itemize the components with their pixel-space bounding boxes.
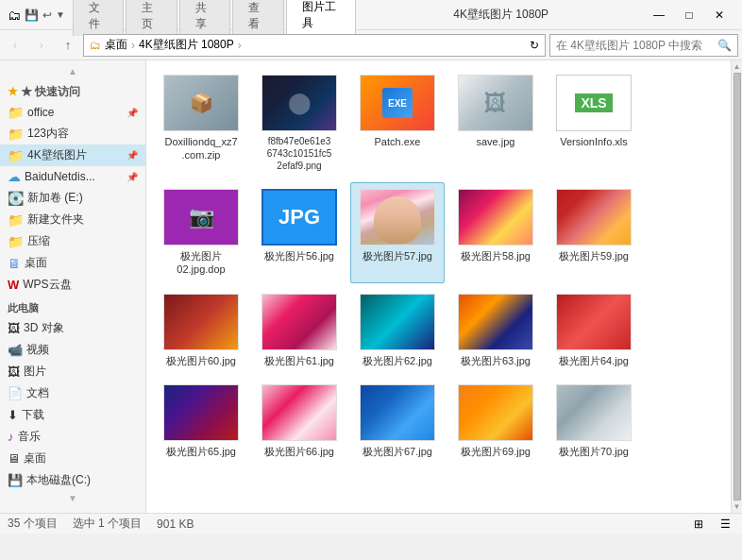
- close-button[interactable]: ✕: [704, 2, 734, 28]
- forward-button[interactable]: ›: [30, 34, 53, 57]
- scrollbar-right[interactable]: ▲ ▼: [731, 60, 742, 513]
- sidebar-label: office: [27, 106, 54, 119]
- tab-share[interactable]: 共享: [179, 0, 230, 36]
- file-grid: 📦 Doxilliondq_xz7.com.zip ⬤ f8fb47e0e61e…: [154, 68, 723, 465]
- sidebar-item-video[interactable]: 📹 视频: [0, 339, 145, 361]
- file-name: 极光图片02.jpg.dop: [177, 249, 225, 277]
- file-name: 极光图片60.jpg: [166, 354, 236, 367]
- file-item-66[interactable]: 极光图片66.jpg: [252, 378, 346, 465]
- sidebar-item-4k[interactable]: 📁 4K壁纸图片 📌: [0, 144, 145, 166]
- sidebar-scroll-up[interactable]: ▲: [0, 64, 145, 78]
- folder-icon: 📁: [8, 234, 24, 249]
- file-item[interactable]: JPG 极光图片56.jpg: [252, 182, 346, 283]
- sidebar-label: 桌面: [25, 255, 47, 271]
- file-thumbnail: [163, 384, 239, 441]
- refresh-button[interactable]: ↻: [530, 39, 539, 52]
- breadcrumb-desktop[interactable]: 桌面: [105, 37, 127, 53]
- minimize-button[interactable]: —: [644, 2, 674, 28]
- sidebar-label: 123内容: [27, 126, 69, 142]
- file-item-69[interactable]: 极光图片69.jpg: [448, 378, 543, 465]
- quick-access-arrow[interactable]: ▼: [56, 9, 65, 20]
- sidebar-item-music[interactable]: ♪ 音乐: [0, 426, 145, 448]
- sidebar-item-3d[interactable]: 🖼 3D 对象: [0, 317, 145, 339]
- file-thumbnail: [556, 189, 632, 246]
- up-button[interactable]: ↑: [57, 34, 79, 57]
- sidebar-item-newfolder[interactable]: 📁 新建文件夹: [0, 209, 145, 230]
- file-name: 极光图片65.jpg: [166, 445, 236, 458]
- jpg-placeholder-thumb: JPG: [261, 189, 337, 246]
- file-thumbnail: [458, 294, 533, 350]
- cloud-icon: ☁: [8, 169, 21, 184]
- view-grid-button[interactable]: ⊞: [689, 515, 708, 534]
- file-thumbnail: ⬤: [261, 75, 337, 131]
- file-name: 极光图片67.jpg: [363, 445, 432, 458]
- tab-picture-tools[interactable]: 管理 图片工具: [286, 0, 357, 36]
- sidebar-item-wps[interactable]: W WPS云盘: [0, 274, 145, 296]
- file-item[interactable]: 📦 Doxilliondq_xz7.com.zip: [154, 68, 248, 178]
- sidebar-item-docs[interactable]: 📄 文档: [0, 382, 145, 404]
- file-item-67[interactable]: 极光图片67.jpg: [350, 378, 445, 465]
- file-item[interactable]: 📷 极光图片02.jpg.dop: [154, 182, 248, 283]
- view-list-button[interactable]: ☰: [716, 515, 734, 534]
- thumb-70: [556, 384, 632, 441]
- sidebar-label: BaiduNetdis...: [25, 170, 95, 183]
- file-item-58[interactable]: 极光图片58.jpg: [448, 182, 543, 283]
- breadcrumb-sep1: ›: [131, 39, 135, 52]
- file-item-61[interactable]: 极光图片61.jpg: [252, 287, 346, 374]
- sidebar-item-123[interactable]: 📁 123内容: [0, 123, 145, 144]
- file-name: 极光图片61.jpg: [264, 354, 334, 367]
- maximize-button[interactable]: □: [674, 2, 704, 28]
- breadcrumb-current[interactable]: 4K壁纸图片 1080P: [139, 37, 234, 53]
- file-item[interactable]: ⬤ f8fb47e0e61e36743c10151fc52efaf9.png: [252, 68, 346, 178]
- file-item-64[interactable]: 极光图片64.jpg: [547, 287, 641, 374]
- file-item-70[interactable]: 极光图片70.jpg: [547, 378, 641, 465]
- file-name: Doxilliondq_xz7.com.zip: [164, 135, 237, 162]
- sidebar-label: 图片: [24, 364, 46, 380]
- zip-icon: 📦: [163, 75, 239, 131]
- music-icon: ♪: [8, 430, 14, 444]
- quick-access-undo[interactable]: ↩: [42, 8, 52, 22]
- sidebar-item-desktop-pc[interactable]: 🖥 桌面: [0, 448, 145, 469]
- file-thumbnail: 📦: [163, 75, 239, 131]
- sidebar-item-downloads[interactable]: ⬇ 下载: [0, 404, 145, 426]
- folder-icon: 🗂: [90, 39, 101, 52]
- file-item-60[interactable]: 极光图片60.jpg: [154, 287, 248, 374]
- sidebar-item-desktop-quick[interactable]: 🖥 桌面: [0, 252, 145, 274]
- file-thumbnail: [360, 384, 435, 441]
- address-box[interactable]: 🗂 桌面 › 4K壁纸图片 1080P › ↻: [83, 34, 546, 57]
- sidebar-scroll-down[interactable]: ▼: [0, 491, 145, 505]
- sidebar-label: 新建文件夹: [27, 212, 84, 228]
- back-button[interactable]: ‹: [4, 34, 26, 57]
- file-item-59[interactable]: 极光图片59.jpg: [547, 182, 641, 283]
- sidebar-item-drive-c[interactable]: 💾 本地磁盘(C:): [0, 469, 145, 491]
- file-item-62[interactable]: 极光图片62.jpg: [350, 287, 445, 374]
- sidebar-item-compress[interactable]: 📁 压缩: [0, 230, 145, 252]
- file-item[interactable]: XLS VersionInfo.xls: [547, 68, 641, 178]
- sidebar-label: 视频: [26, 342, 49, 358]
- search-box[interactable]: 🔍: [549, 34, 738, 57]
- window-menu-icon[interactable]: 🗂: [8, 8, 21, 23]
- file-name: 极光图片56.jpg: [264, 249, 334, 263]
- scrollbar-thumb[interactable]: [734, 73, 741, 501]
- sidebar-item-drive-e[interactable]: 💽 新加卷 (E:): [0, 187, 145, 209]
- file-item-57[interactable]: 极光图片57.jpg: [350, 182, 445, 283]
- exe-icon: EXE: [360, 75, 435, 131]
- sidebar-item-office[interactable]: 📁 office 📌: [0, 102, 145, 123]
- file-item-65[interactable]: 极光图片65.jpg: [154, 378, 248, 465]
- file-thumbnail: [360, 294, 435, 350]
- sidebar-label: 本地磁盘(C:): [26, 472, 91, 488]
- search-input[interactable]: [556, 39, 714, 52]
- file-name: VersionInfo.xls: [560, 135, 628, 148]
- file-item[interactable]: 🖼 save.jpg: [448, 68, 543, 178]
- sidebar-item-baidu[interactable]: ☁ BaiduNetdis... 📌: [0, 166, 145, 187]
- desktop-icon: 🖥: [8, 256, 21, 271]
- file-item-63[interactable]: 极光图片63.jpg: [448, 287, 543, 374]
- quick-access-save[interactable]: 💾: [25, 8, 39, 22]
- tab-view[interactable]: 查看: [232, 0, 283, 36]
- tab-home[interactable]: 主页: [126, 0, 177, 36]
- file-item[interactable]: EXE Patch.exe: [350, 68, 445, 178]
- tab-file[interactable]: 文件: [73, 0, 124, 36]
- desktop2-icon: 🖥: [8, 451, 20, 466]
- sidebar-item-pictures[interactable]: 🖼 图片: [0, 361, 145, 382]
- thumb-59: [556, 189, 632, 246]
